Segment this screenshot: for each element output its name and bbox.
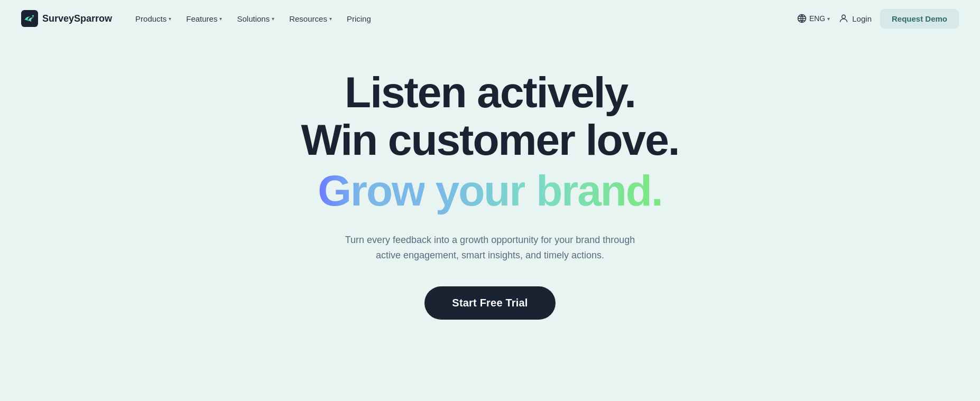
logo-link[interactable]: SurveySparrow — [21, 10, 112, 27]
svg-point-1 — [32, 15, 34, 17]
navbar-left: SurveySparrow Products ▾ Features ▾ Solu… — [21, 10, 377, 27]
lang-chevron-icon: ▾ — [827, 16, 830, 22]
headline-line2: Win customer love. — [301, 116, 679, 164]
gradient-word2: your — [436, 166, 525, 215]
hero-subtext: Turn every feedback into a growth opport… — [331, 232, 649, 263]
headline-line1: Listen actively. — [301, 69, 679, 116]
nav-links: Products ▾ Features ▾ Solutions ▾ Resour… — [129, 10, 377, 27]
gradient-word3: brand. — [536, 166, 662, 215]
hero-headline: Listen actively. Win customer love. — [301, 69, 679, 164]
solutions-chevron-icon: ▾ — [272, 16, 274, 22]
gradient-word1: Grow — [318, 166, 424, 215]
brand-name: SurveySparrow — [42, 13, 112, 24]
resources-chevron-icon: ▾ — [329, 16, 332, 22]
nav-resources[interactable]: Resources ▾ — [283, 10, 338, 27]
svg-rect-0 — [21, 10, 38, 27]
svg-point-3 — [842, 15, 846, 18]
user-icon — [838, 13, 849, 24]
nav-features[interactable]: Features ▾ — [180, 10, 228, 27]
navbar: SurveySparrow Products ▾ Features ▾ Solu… — [0, 0, 980, 37]
nav-pricing[interactable]: Pricing — [340, 10, 377, 27]
logo-icon — [21, 10, 38, 27]
navbar-right: ENG ▾ Login Request Demo — [797, 9, 959, 29]
hero-gradient-line: Grow your brand. — [318, 166, 662, 216]
nav-products[interactable]: Products ▾ — [129, 10, 178, 27]
nav-solutions[interactable]: Solutions ▾ — [230, 10, 281, 27]
start-free-trial-button[interactable]: Start Free Trial — [424, 286, 555, 320]
globe-icon — [797, 13, 807, 24]
lang-label: ENG — [809, 14, 825, 23]
features-chevron-icon: ▾ — [219, 16, 222, 22]
request-demo-button[interactable]: Request Demo — [880, 9, 959, 29]
hero-section: Listen actively. Win customer love. Grow… — [0, 37, 980, 362]
login-link[interactable]: Login — [838, 13, 872, 24]
products-chevron-icon: ▾ — [169, 16, 171, 22]
language-selector[interactable]: ENG ▾ — [797, 13, 830, 24]
